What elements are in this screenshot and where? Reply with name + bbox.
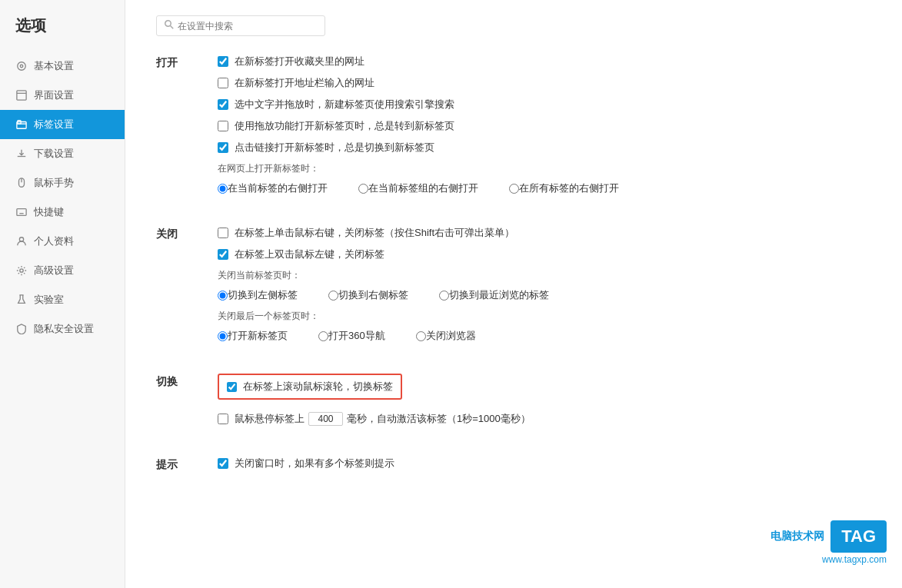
sidebar-item-lab[interactable]: 实验室 bbox=[0, 285, 125, 314]
sidebar-label-mouse: 鼠标手势 bbox=[34, 176, 74, 190]
section-hint: 提示 关闭窗口时，如果有多个标签则提示 bbox=[156, 457, 871, 478]
layout-icon bbox=[15, 89, 28, 101]
open-label: 打开 bbox=[156, 55, 202, 203]
open-option-3: 选中文字并拖放时，新建标签页使用搜索引擎搜索 bbox=[218, 98, 871, 111]
hint-label: 提示 bbox=[156, 457, 202, 478]
close-last-radio-1[interactable]: 打开新标签页 bbox=[218, 329, 288, 343]
switch-hover-option: 鼠标悬停标签上 毫秒，自动激活该标签（1秒=1000毫秒） bbox=[218, 412, 871, 426]
open-radio-input-2[interactable] bbox=[358, 184, 368, 194]
close-last-radio-3[interactable]: 关闭浏览器 bbox=[416, 329, 476, 343]
sidebar-label-download: 下载设置 bbox=[34, 147, 74, 161]
svg-point-0 bbox=[18, 62, 26, 71]
close-current-radio-3[interactable]: 切换到最近浏览的标签 bbox=[439, 288, 549, 302]
sidebar-label-profile: 个人资料 bbox=[34, 234, 74, 248]
hint-option-1: 关闭窗口时，如果有多个标签则提示 bbox=[218, 457, 871, 470]
open-checkbox-2[interactable] bbox=[218, 78, 228, 88]
close-current-radio-input-2[interactable] bbox=[328, 291, 338, 301]
close-checkbox-1[interactable] bbox=[218, 228, 228, 238]
sidebar-label-basic: 基本设置 bbox=[34, 59, 74, 73]
user-icon bbox=[15, 235, 28, 247]
open-radio-input-3[interactable] bbox=[509, 184, 519, 194]
svg-point-13 bbox=[19, 238, 23, 241]
search-input[interactable] bbox=[178, 21, 316, 32]
hover-time-input[interactable] bbox=[308, 412, 343, 426]
close-last-radio-label-2: 打开360导航 bbox=[328, 329, 385, 343]
sidebar-label-privacy: 隐私安全设置 bbox=[34, 322, 94, 336]
svg-point-1 bbox=[20, 65, 23, 68]
sidebar-item-tabs[interactable]: 标签设置 bbox=[0, 110, 125, 139]
svg-rect-8 bbox=[17, 209, 26, 216]
close-last-sub-label: 关闭最后一个标签页时： bbox=[218, 310, 871, 323]
switch-checkbox-2[interactable] bbox=[218, 414, 228, 424]
close-last-radio-input-3[interactable] bbox=[416, 331, 426, 341]
close-option-2-label: 在标签上双击鼠标左键，关闭标签 bbox=[235, 247, 384, 261]
close-current-radio-2[interactable]: 切换到右侧标签 bbox=[328, 288, 408, 302]
settings-icon bbox=[15, 60, 28, 72]
shield-icon bbox=[15, 323, 28, 335]
sidebar-item-ui[interactable]: 界面设置 bbox=[0, 81, 125, 110]
switch-checkbox-1[interactable] bbox=[227, 382, 237, 392]
open-checkbox-5[interactable] bbox=[218, 142, 228, 153]
open-radio-1[interactable]: 在当前标签的右侧打开 bbox=[218, 181, 328, 195]
switch-hover-prefix: 鼠标悬停标签上 bbox=[235, 412, 305, 426]
close-current-radio-input-3[interactable] bbox=[439, 291, 449, 301]
new-tab-sub-label: 在网页上打开新标签时： bbox=[218, 162, 871, 175]
svg-rect-2 bbox=[17, 91, 26, 100]
open-checkbox-4[interactable] bbox=[218, 121, 228, 131]
close-last-radio-input-1[interactable] bbox=[218, 331, 228, 341]
open-radio-3[interactable]: 在所有标签的右侧打开 bbox=[509, 181, 619, 195]
close-option-2: 在标签上双击鼠标左键，关闭标签 bbox=[218, 247, 871, 261]
close-current-radio-input-1[interactable] bbox=[218, 291, 228, 301]
hint-checkbox-1[interactable] bbox=[218, 458, 228, 469]
main-content: 打开 在新标签打开收藏夹里的网址 在新标签打开地址栏输入的网址 选中文字并拖放时… bbox=[125, 0, 902, 588]
open-checkbox-3[interactable] bbox=[218, 99, 228, 110]
sidebar-item-advanced[interactable]: 高级设置 bbox=[0, 256, 125, 285]
sidebar-item-privacy[interactable]: 隐私安全设置 bbox=[0, 314, 125, 344]
lab-icon bbox=[15, 294, 28, 306]
open-option-5: 点击链接打开新标签时，总是切换到新标签页 bbox=[218, 141, 871, 154]
sidebar-item-download[interactable]: 下载设置 bbox=[0, 139, 125, 168]
tabs-icon bbox=[15, 118, 28, 131]
open-option-5-label: 点击链接打开新标签时，总是切换到新标签页 bbox=[235, 141, 434, 154]
hint-option-1-label: 关闭窗口时，如果有多个标签则提示 bbox=[235, 457, 394, 470]
sidebar-item-mouse[interactable]: 鼠标手势 bbox=[0, 168, 125, 198]
open-radio-group: 在当前标签的右侧打开 在当前标签组的右侧打开 在所有标签的右侧打开 bbox=[218, 181, 871, 195]
open-option-1-label: 在新标签打开收藏夹里的网址 bbox=[235, 55, 364, 68]
sidebar-item-basic[interactable]: 基本设置 bbox=[0, 51, 125, 81]
close-last-radio-group: 打开新标签页 打开360导航 关闭浏览器 bbox=[218, 329, 871, 343]
open-radio-label-1: 在当前标签的右侧打开 bbox=[228, 181, 328, 195]
open-radio-2[interactable]: 在当前标签组的右侧打开 bbox=[358, 181, 478, 195]
sidebar-item-profile[interactable]: 个人资料 bbox=[0, 227, 125, 256]
close-last-radio-input-2[interactable] bbox=[318, 331, 328, 341]
search-bar bbox=[156, 15, 325, 36]
open-checkbox-1[interactable] bbox=[218, 56, 228, 67]
svg-line-17 bbox=[171, 26, 174, 29]
sidebar-label-advanced: 高级设置 bbox=[34, 264, 74, 277]
close-label: 关闭 bbox=[156, 226, 202, 350]
switch-highlighted-option: 在标签上滚动鼠标滚轮，切换标签 bbox=[218, 374, 402, 400]
open-content: 在新标签打开收藏夹里的网址 在新标签打开地址栏输入的网址 选中文字并拖放时，新建… bbox=[202, 55, 871, 203]
download-icon bbox=[15, 148, 28, 160]
svg-point-16 bbox=[165, 21, 171, 27]
open-option-2-label: 在新标签打开地址栏输入的网址 bbox=[235, 76, 374, 90]
open-radio-label-2: 在当前标签组的右侧打开 bbox=[368, 181, 478, 195]
close-last-radio-2[interactable]: 打开360导航 bbox=[318, 329, 385, 343]
open-option-1: 在新标签打开收藏夹里的网址 bbox=[218, 55, 871, 68]
close-checkbox-2[interactable] bbox=[218, 249, 228, 260]
open-radio-input-1[interactable] bbox=[218, 184, 228, 194]
open-option-4-label: 使用拖放功能打开新标签页时，总是转到新标签页 bbox=[235, 119, 454, 133]
sidebar: 选项 基本设置 界面设置 bbox=[0, 0, 125, 588]
close-current-radio-1[interactable]: 切换到左侧标签 bbox=[218, 288, 298, 302]
gear-icon bbox=[15, 264, 28, 277]
section-open: 打开 在新标签打开收藏夹里的网址 在新标签打开地址栏输入的网址 选中文字并拖放时… bbox=[156, 55, 871, 203]
sidebar-item-shortcut[interactable]: 快捷键 bbox=[0, 198, 125, 227]
section-close: 关闭 在标签上单击鼠标右键，关闭标签（按住Shift右击可弹出菜单） 在标签上双… bbox=[156, 226, 871, 350]
keyboard-icon bbox=[15, 206, 28, 218]
sidebar-label-shortcut: 快捷键 bbox=[34, 205, 64, 219]
close-content: 在标签上单击鼠标右键，关闭标签（按住Shift右击可弹出菜单） 在标签上双击鼠标… bbox=[202, 226, 871, 350]
svg-point-14 bbox=[20, 269, 23, 272]
hint-content: 关闭窗口时，如果有多个标签则提示 bbox=[202, 457, 871, 478]
close-option-1: 在标签上单击鼠标右键，关闭标签（按住Shift右击可弹出菜单） bbox=[218, 226, 871, 240]
switch-content: 在标签上滚动鼠标滚轮，切换标签 鼠标悬停标签上 毫秒，自动激活该标签（1秒=10… bbox=[202, 374, 871, 434]
mouse-icon bbox=[15, 177, 28, 189]
